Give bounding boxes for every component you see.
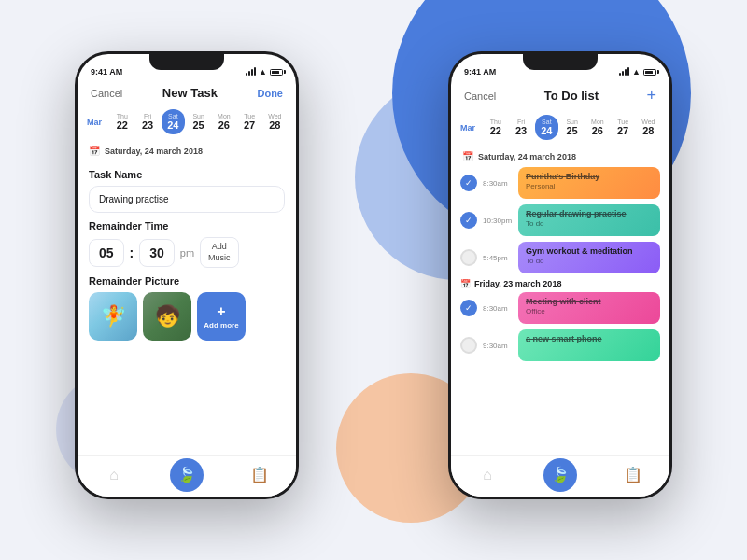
signal-icon-2: [619, 68, 629, 76]
nav-home-2[interactable]: ⌂: [469, 458, 506, 492]
cal-day-tue[interactable]: Tue 27: [238, 109, 261, 134]
calendar-strip-2: Mar Thu 22 Fri 23 Sat 24 Sun: [451, 111, 669, 147]
cal2-day-thu[interactable]: Thu 22: [484, 115, 507, 140]
todo-item: 9:30am a new smart phone: [460, 329, 660, 361]
nav-calendar-2[interactable]: 📋: [614, 458, 652, 492]
form-section: Task Name Remainder Time 05 : 30 pm AddM…: [78, 161, 296, 455]
status-icons-2: ▲: [619, 67, 656, 77]
status-time: 9:41 AM: [91, 67, 122, 77]
time-row: 05 : 30 pm AddMusic: [89, 237, 285, 268]
check-circle-4[interactable]: ✓: [460, 300, 477, 316]
picture-thumbnail-1[interactable]: 🧚: [89, 292, 137, 341]
todo-card-4[interactable]: Meeting with client Office: [518, 292, 660, 324]
phone-notch: [149, 51, 224, 70]
phone-todo-list: 9:41 AM ▲ Cancel To Do list +: [448, 51, 672, 499]
todo-card-1[interactable]: Punitha's Birthday Personal: [518, 167, 660, 199]
task-name-input[interactable]: [89, 186, 285, 213]
page-title: New Task: [162, 86, 218, 100]
status-icons: ▲: [246, 67, 283, 77]
cal2-day-mon[interactable]: Mon 26: [585, 115, 609, 140]
add-more-label: Add more: [204, 321, 238, 329]
todo-sub-4: Office: [526, 307, 653, 315]
cancel-button[interactable]: Cancel: [91, 88, 122, 99]
calendar-month-2: Mar: [460, 123, 480, 133]
reminder-time-label: Remainder Time: [89, 220, 285, 231]
todo-title-2: Regular drawing practise: [526, 209, 653, 218]
battery-icon: [270, 69, 283, 76]
cal2-day-sun[interactable]: Sun 25: [560, 115, 584, 140]
todo-card-5[interactable]: a new smart phone: [518, 329, 660, 361]
cancel-button-2[interactable]: Cancel: [464, 91, 496, 102]
phone-notch-2: [523, 51, 598, 70]
check-circle-3[interactable]: [460, 249, 477, 266]
add-more-button[interactable]: + Add more: [197, 292, 246, 341]
bottom-nav: ⌂ 🍃 📋: [78, 455, 296, 497]
minute-input[interactable]: 30: [139, 239, 175, 267]
hour-input[interactable]: 05: [89, 239, 124, 267]
todo-sub-2: To do: [526, 219, 653, 228]
add-music-button[interactable]: AddMusic: [200, 237, 239, 268]
page-title-2: To Do list: [544, 89, 599, 103]
home-icon-2: ⌂: [483, 467, 492, 483]
friday-section-label: 📅 Friday, 23 march 2018: [460, 279, 660, 288]
nav-home[interactable]: ⌂: [95, 458, 133, 492]
cal2-day-tue[interactable]: Tue 27: [612, 115, 635, 140]
reminder-picture-label: Remainder Picture: [89, 275, 285, 287]
todo-time-2: 10:30pm: [483, 217, 513, 225]
time-colon: :: [130, 245, 134, 260]
phone-new-task: 9:41 AM ▲ Cancel New Task Done: [75, 51, 299, 499]
todo-card-3[interactable]: Gym workout & meditation To do: [518, 242, 660, 273]
app-header: Cancel New Task Done: [78, 80, 296, 105]
cal-day-fri[interactable]: Fri 23: [136, 109, 160, 134]
nav-calendar[interactable]: 📋: [241, 458, 278, 492]
cal2-day-wed[interactable]: Wed 28: [637, 115, 660, 140]
todo-item: 5:45pm Gym workout & meditation To do: [460, 242, 660, 273]
todo-title-5: a new smart phone: [526, 334, 653, 343]
cal-day-thu[interactable]: Thu 22: [110, 109, 134, 134]
todo-time-5: 9:30am: [483, 342, 513, 350]
todo-item: ✓ 8:30am Meeting with client Office: [460, 292, 660, 324]
wifi-icon-2: ▲: [632, 67, 641, 77]
calendar-month: Mar: [87, 118, 106, 127]
cal-day-wed[interactable]: Wed 28: [263, 109, 287, 134]
add-task-button[interactable]: +: [646, 86, 656, 105]
todo-time-1: 8:30am: [483, 179, 513, 188]
nav-leaf-2[interactable]: 🍃: [542, 458, 579, 492]
done-button[interactable]: Done: [257, 88, 283, 99]
calendar-icon: 📅: [89, 146, 100, 156]
todo-card-2[interactable]: Regular drawing practise To do: [518, 204, 660, 236]
todo-title-1: Punitha's Birthday: [526, 172, 653, 181]
todo-time-4: 8:30am: [483, 304, 513, 313]
home-icon: ⌂: [109, 467, 119, 483]
nav-leaf[interactable]: 🍃: [168, 458, 205, 492]
calendar-nav-icon-2: 📋: [624, 466, 642, 483]
check-circle-5[interactable]: [460, 337, 477, 354]
todo-list: ✓ 8:30am Punitha's Birthday Personal ✓ 1…: [451, 167, 669, 455]
picture-thumbnail-2[interactable]: 🧒: [143, 292, 191, 341]
check-circle-1[interactable]: ✓: [460, 175, 477, 191]
todo-item: ✓ 8:30am Punitha's Birthday Personal: [460, 167, 660, 199]
todo-sub-3: To do: [526, 257, 653, 265]
todo-title-3: Gym workout & meditation: [526, 246, 653, 256]
todo-time-3: 5:45pm: [483, 254, 513, 262]
cal-day-sat[interactable]: Sat 24: [162, 109, 185, 134]
todo-item: ✓ 10:30pm Regular drawing practise To do: [460, 204, 660, 236]
check-circle-2[interactable]: ✓: [460, 212, 477, 229]
leaf-icon: 🍃: [170, 458, 204, 492]
date-label: 📅 Saturday, 24 march 2018: [78, 142, 296, 161]
cal2-day-fri[interactable]: Fri 23: [510, 115, 533, 140]
task-name-label: Task Name: [89, 169, 285, 180]
calendar-nav-icon: 📋: [250, 466, 269, 483]
calendar-strip: Mar Thu 22 Fri 23 Sat 24 Sun: [78, 105, 296, 142]
signal-icon: [246, 68, 256, 76]
battery-icon-2: [643, 69, 656, 76]
wifi-icon: ▲: [259, 67, 267, 77]
cal-day-mon[interactable]: Mon 26: [212, 109, 235, 134]
leaf-icon-2: 🍃: [543, 458, 577, 492]
cal2-day-sat[interactable]: Sat 24: [535, 115, 558, 140]
todo-title-4: Meeting with client: [526, 297, 653, 306]
app-header-2: Cancel To Do list +: [451, 80, 669, 111]
time-period: pm: [180, 247, 194, 259]
bottom-nav-2: ⌂ 🍃 📋: [451, 455, 669, 497]
cal-day-sun[interactable]: Sun 25: [187, 109, 210, 134]
